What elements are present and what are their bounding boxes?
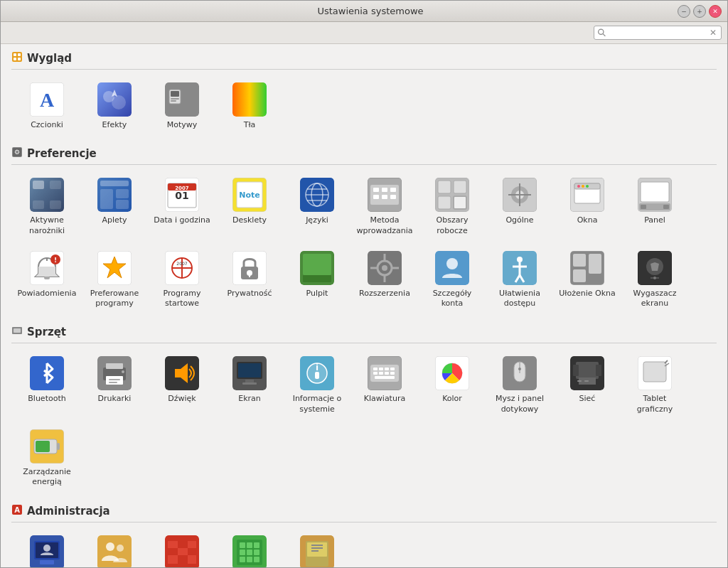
item-programy-startowe[interactable]: 2007Programy startowe [150,245,214,315]
section-title-preferencje: Preferencje [27,147,97,160]
item-icon-powiadomienia: ! [30,251,64,285]
item-okna[interactable]: Okna [555,172,619,242]
item-tla[interactable]: Tła [218,77,282,136]
item-ulozenie[interactable]: Ułożenie Okna [555,245,619,315]
item-mysz[interactable]: Mysz i panel dotykowy [488,350,552,420]
content-area: WyglądACzcionkiEfektyMotywyTła⚙Preferenc… [1,44,727,567]
section-header-sprzet: Sprzęt [11,325,717,343]
items-grid-preferencje: Aktywne narożnikiAplety200701Data i godz… [11,172,717,314]
item-label-preferowane: Preferowane programy [86,289,143,309]
search-box[interactable]: ✕ [594,26,722,40]
minimize-button[interactable]: − [678,5,690,18]
item-dzwiek[interactable]: Dźwięk [150,350,214,420]
item-jezyki[interactable]: Języki [285,172,349,242]
item-tablet[interactable]: Tablet graficzny [623,350,687,420]
svg-rect-144 [379,372,383,375]
item-label-drukarki: Drukarki [98,394,132,404]
item-icon-uzytkownicy [97,535,132,567]
item-szczegoly[interactable]: Szczegóły konta [420,245,484,315]
item-aplety[interactable]: Aplety [82,172,146,242]
item-motywy[interactable]: Motywy [150,77,214,136]
section-header-preferencje: ⚙Preferencje [11,146,717,165]
maximize-button[interactable]: + [693,5,706,18]
item-label-motywy: Motywy [167,120,198,130]
item-icon-panel [638,178,672,212]
svg-rect-130 [238,363,261,377]
item-ekran-logowania[interactable]: Ekran logowania [15,530,79,567]
item-siec[interactable]: Sieć [555,350,619,420]
item-prywatnosc[interactable]: Prywatność [218,245,282,315]
item-icon-aktywne-narożniki [30,178,64,212]
item-label-panel: Panel [644,215,665,225]
item-icon-dzwiek [165,356,199,390]
section-wyglad: WyglądACzcionkiEfektyMotywyTła [11,51,717,136]
svg-line-1 [603,34,605,36]
svg-rect-51 [373,195,379,199]
svg-rect-72 [641,205,646,209]
search-input[interactable] [609,28,708,38]
item-pulpit[interactable]: Pulpit [285,245,349,315]
item-icon-metoda [368,178,402,212]
item-label-powiadomienia: Powiadomienia [18,289,77,299]
items-grid-administracja: Ekran logowaniaUżytkownicy i grupyZapora… [11,530,717,567]
item-aktywne-narożniki[interactable]: Aktywne narożniki [15,172,79,242]
svg-rect-175 [40,560,54,564]
item-data-godzina[interactable]: 200701Data i godzina [150,172,214,242]
svg-rect-122 [106,363,123,369]
search-icon [597,28,606,38]
section-header-administracja: AAdministracja [11,504,717,523]
svg-rect-146 [390,372,395,375]
item-icon-klawiatura [368,356,402,390]
svg-point-0 [599,29,604,34]
item-drukarki[interactable]: Drukarki [82,350,146,420]
item-czcionki[interactable]: ACzcionki [15,77,79,136]
item-icon-motywy [165,82,199,117]
item-klawiatura[interactable]: Klawiatura [353,350,417,420]
item-preferowane[interactable]: Preferowane programy [82,245,146,315]
item-obszary[interactable]: Obszary robocze [420,172,484,242]
item-metoda[interactable]: Metoda wprowadzania [353,172,417,242]
close-button[interactable]: ✕ [709,5,722,18]
search-clear-button[interactable]: ✕ [708,28,718,38]
window-title: Ustawienia systemowe [63,6,678,16]
svg-rect-200 [254,557,259,562]
svg-rect-17 [171,100,176,102]
item-desklety[interactable]: NoteDesklety [218,172,282,242]
svg-point-68 [582,185,584,188]
item-label-desklety: Desklety [232,215,267,225]
item-wygaszacz[interactable]: Wygaszacz ekranu [623,245,687,315]
item-uzytkownicy[interactable]: Użytkownicy i grupy [82,530,146,567]
item-icon-data-godzina: 200701 [165,178,199,212]
item-efekty[interactable]: Efekty [82,77,146,136]
svg-rect-73 [663,205,669,209]
item-icon-kolor [435,356,469,390]
item-icon-info: i [300,356,334,390]
item-zrodla[interactable]: Źródła oprogramowania [285,530,349,567]
item-icon-tablet [638,356,672,390]
item-ekran[interactable]: Ekran [218,350,282,420]
item-info[interactable]: iInformacje o systemie [285,350,349,420]
item-panel[interactable]: Panel [623,172,687,242]
item-powiadomienia[interactable]: !Powiadomienia [15,245,79,315]
svg-rect-52 [382,195,387,199]
svg-rect-23 [33,181,44,189]
item-label-okna: Okna [577,215,598,225]
svg-rect-145 [385,372,389,375]
section-sprzet: SprzętBluetoothDrukarkiDźwiękEkraniInfor… [11,325,717,493]
svg-rect-183 [188,541,196,548]
item-ulatwienia[interactable]: Ułatwienia dostępu [488,245,552,315]
svg-rect-15 [171,91,179,97]
svg-point-174 [43,545,50,552]
svg-rect-18 [232,82,267,117]
item-energia[interactable]: Zarządzanie energią [15,424,79,493]
svg-point-101 [446,258,458,269]
item-rozszerzenia[interactable]: Rozszerzenia [353,245,417,315]
item-zarzadzanie-sterow[interactable]: Zarządzanie sterownikami [218,530,282,567]
item-kolor[interactable]: Kolor [420,350,484,420]
item-bluetooth[interactable]: Bluetooth [15,350,79,420]
svg-text:Note: Note [239,191,259,200]
item-icon-zrodla [300,535,334,567]
item-zapora[interactable]: Zapora sieciowa [150,530,214,567]
item-label-ulatwienia: Ułatwienia dostępu [491,289,548,309]
item-ogolne[interactable]: Ogólne [488,172,552,242]
